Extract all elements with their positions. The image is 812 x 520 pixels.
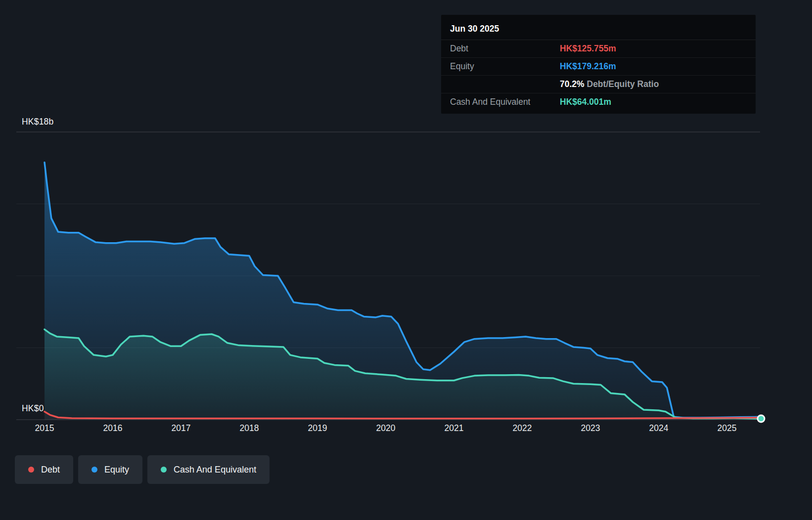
tooltip-value-debt: HK$125.755m xyxy=(560,43,616,54)
x-axis-label: 2016 xyxy=(93,423,133,433)
tooltip-row-ratio: 70.2% Debt/Equity Ratio xyxy=(441,76,756,93)
tooltip-row-debt: Debt HK$125.755m xyxy=(441,40,756,58)
tooltip-date: Jun 30 2025 xyxy=(441,18,756,40)
legend-item-debt[interactable]: Debt xyxy=(15,455,73,484)
ratio-percent: 70.2% xyxy=(560,79,585,89)
legend-label-equity: Equity xyxy=(104,465,129,475)
x-axis-label: 2024 xyxy=(639,423,678,433)
equity-legend-dot-icon xyxy=(91,467,97,473)
legend-item-equity[interactable]: Equity xyxy=(78,455,142,484)
tooltip-label-cash: Cash And Equivalent xyxy=(450,97,560,107)
x-axis-label: 2023 xyxy=(571,423,610,433)
tooltip-value-equity: HK$179.216m xyxy=(560,61,616,72)
cash-legend-dot-icon xyxy=(161,467,167,473)
chart-legend: Debt Equity Cash And Equivalent xyxy=(15,455,270,484)
series-end-marker xyxy=(758,415,765,422)
tooltip-row-equity: Equity HK$179.216m xyxy=(441,58,756,76)
x-axis-label: 2018 xyxy=(229,423,269,433)
x-axis-label: 2015 xyxy=(25,423,64,433)
tooltip-label-equity: Equity xyxy=(450,61,560,72)
x-axis-label: 2022 xyxy=(502,423,542,433)
tooltip-label-debt: Debt xyxy=(450,43,560,54)
x-axis-label: 2019 xyxy=(298,423,337,433)
chart-plot-area[interactable] xyxy=(0,124,812,430)
x-axis-label: 2021 xyxy=(434,423,474,433)
x-axis: 2015201620172018201920202021202220232024… xyxy=(0,423,812,436)
debt-legend-dot-icon xyxy=(28,467,34,473)
chart-svg xyxy=(0,124,812,430)
tooltip-row-cash: Cash And Equivalent HK$64.001m xyxy=(441,93,756,111)
chart-tooltip: Jun 30 2025 Debt HK$125.755m Equity HK$1… xyxy=(441,15,756,114)
x-axis-label: 2025 xyxy=(707,423,747,433)
legend-item-cash[interactable]: Cash And Equivalent xyxy=(147,455,270,484)
legend-label-cash: Cash And Equivalent xyxy=(174,465,256,475)
x-axis-label: 2020 xyxy=(366,423,406,433)
debt-equity-chart-page: Jun 30 2025 Debt HK$125.755m Equity HK$1… xyxy=(0,0,812,520)
legend-label-debt: Debt xyxy=(41,465,60,475)
ratio-caption: Debt/Equity Ratio xyxy=(587,79,659,89)
x-axis-label: 2017 xyxy=(161,423,201,433)
tooltip-value-ratio: 70.2% Debt/Equity Ratio xyxy=(560,79,659,89)
tooltip-value-cash: HK$64.001m xyxy=(560,97,611,107)
